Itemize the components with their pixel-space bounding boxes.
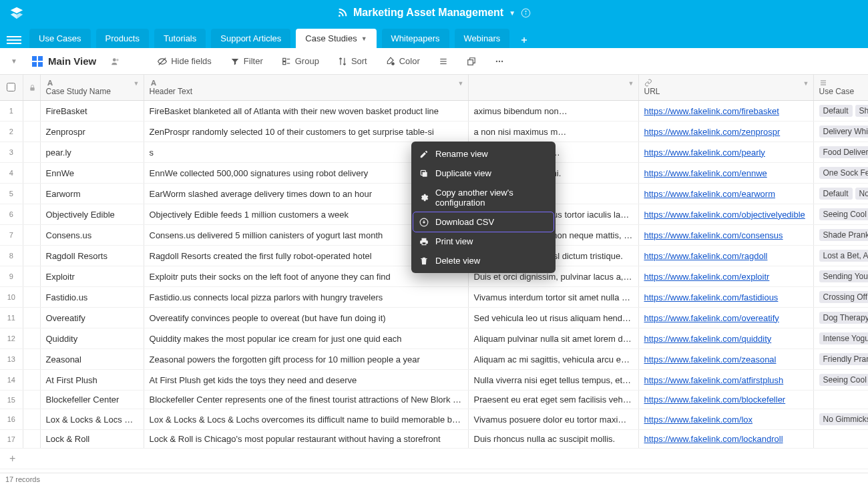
column-header-url[interactable]: URL▼ bbox=[638, 75, 813, 101]
cell-name[interactable]: Overeatify bbox=[40, 308, 144, 328]
cell-url[interactable]: https://www.fakelink.com/blockefeller bbox=[638, 391, 813, 409]
app-logo[interactable] bbox=[9, 5, 24, 20]
cell-sub[interactable]: Vivamus interdum tortor sit amet nulla a… bbox=[468, 287, 638, 308]
cell-url[interactable]: https://www.fakelink.com/ragdoll bbox=[638, 246, 813, 266]
tab-support-articles[interactable]: Support Articles bbox=[211, 29, 290, 48]
hide-fields-button[interactable]: Hide fields bbox=[154, 53, 216, 69]
tab-use-cases[interactable]: Use Cases bbox=[29, 29, 91, 48]
cell-url[interactable]: https://www.fakelink.com/atfirstplush bbox=[638, 370, 813, 391]
tab-tutorials[interactable]: Tutorials bbox=[154, 29, 206, 48]
cell-url[interactable]: https://www.fakelink.com/ennwe bbox=[638, 163, 813, 184]
cell-name[interactable]: Lox & Locks & Locs & Loc… bbox=[40, 409, 144, 430]
grid-viewport[interactable]: Case Study Name▼ Header Text▼ ▼ URL▼ Use… bbox=[0, 75, 868, 473]
views-menu-caret[interactable]: ▼ bbox=[7, 55, 21, 67]
cell-sub[interactable]: Sed vehicula leo ut risus aliquam hendre… bbox=[468, 308, 638, 328]
cell-usecase[interactable]: Intense Yogu bbox=[813, 328, 868, 349]
cell-usecase[interactable]: Delivery Whil bbox=[813, 121, 868, 142]
cell-url[interactable]: https://www.fakelink.com/objectivelyedib… bbox=[638, 204, 813, 225]
cell-usecase[interactable]: One Sock Fel bbox=[813, 163, 868, 184]
menu-item-delete-view[interactable]: Delete view bbox=[411, 251, 556, 270]
cell-url[interactable]: https://www.fakelink.com/zenprospr bbox=[638, 121, 813, 142]
cell-usecase[interactable]: Dog Therapy bbox=[813, 308, 868, 328]
cell-header[interactable]: Overeatify convinces people to overeat (… bbox=[144, 308, 468, 328]
cell-header[interactable]: Fastidio.us connects local pizza parlors… bbox=[144, 287, 468, 308]
menu-item-copy-another-view-s-configuration[interactable]: Copy another view's configuration bbox=[411, 183, 556, 212]
cell-name[interactable]: Lock & Roll bbox=[40, 430, 144, 449]
cell-usecase[interactable]: No Gimmicks bbox=[813, 409, 868, 430]
cell-sub[interactable]: Duis rhoncus nulla ac suscipit mollis. bbox=[468, 430, 638, 449]
cell-name[interactable]: Zeasonal bbox=[40, 349, 144, 370]
tab-products[interactable]: Products bbox=[96, 29, 149, 48]
menu-item-duplicate-view[interactable]: Duplicate view bbox=[411, 164, 556, 183]
cell-sub[interactable]: aximus bibendum non… bbox=[468, 101, 638, 121]
cell-url[interactable]: https://www.fakelink.com/zeasonal bbox=[638, 349, 813, 370]
cell-url[interactable]: https://www.fakelink.com/firebasket bbox=[638, 101, 813, 121]
column-header-usecase[interactable]: Use Case bbox=[813, 75, 868, 101]
row-height-button[interactable] bbox=[435, 54, 452, 69]
cell-usecase[interactable]: Crossing Off bbox=[813, 287, 868, 308]
cell-usecase[interactable]: Shade Prank bbox=[813, 225, 868, 246]
cell-usecase[interactable] bbox=[813, 391, 868, 409]
cell-sub[interactable]: Praesent eu erat eget sem facilisis vehi… bbox=[468, 391, 638, 409]
cell-name[interactable]: pear.ly bbox=[40, 142, 144, 163]
cell-usecase[interactable]: Seeing Cool C bbox=[813, 204, 868, 225]
current-view[interactable]: Main View bbox=[32, 55, 96, 67]
cell-header[interactable]: At First Plush get kids the toys they ne… bbox=[144, 370, 468, 391]
column-header-name[interactable]: Case Study Name▼ bbox=[40, 75, 144, 101]
sort-button[interactable]: Sort bbox=[334, 53, 371, 69]
cell-name[interactable]: Quiddity bbox=[40, 328, 144, 349]
column-header-headertext[interactable]: Header Text▼ bbox=[144, 75, 468, 101]
base-title[interactable]: Marketing Asset Management bbox=[353, 7, 503, 19]
cell-name[interactable]: Consens.us bbox=[40, 225, 144, 246]
cell-usecase[interactable]: Food Delivery bbox=[813, 142, 868, 163]
add-row-button[interactable]: + bbox=[0, 449, 868, 469]
table-row[interactable]: 15Blockefeller CenterBlockefeller Center… bbox=[0, 391, 868, 409]
table-row[interactable]: 12QuiddityQuiddity makes the most popula… bbox=[0, 328, 868, 349]
cell-header[interactable]: Lox & Locks & Locs & Lochs overcomes its… bbox=[144, 409, 468, 430]
cell-header[interactable]: Quiddity makes the most popular ice crea… bbox=[144, 328, 468, 349]
cell-sub[interactable]: Nulla viverra nisi eget tellus tempus, e… bbox=[468, 370, 638, 391]
cell-name[interactable]: Ragdoll Resorts bbox=[40, 246, 144, 266]
cell-name[interactable]: EnnWe bbox=[40, 163, 144, 184]
cell-url[interactable]: https://www.fakelink.com/lockandroll bbox=[638, 430, 813, 449]
menu-item-print-view[interactable]: Print view bbox=[411, 232, 556, 251]
cell-usecase[interactable]: DefaultSha bbox=[813, 101, 868, 121]
cell-usecase[interactable] bbox=[813, 430, 868, 449]
cell-name[interactable]: Objectively Edible bbox=[40, 204, 144, 225]
add-table-button[interactable] bbox=[515, 32, 533, 48]
group-button[interactable]: Group bbox=[278, 53, 323, 69]
share-view-button[interactable] bbox=[463, 54, 480, 69]
cell-usecase[interactable]: DefaultNo C bbox=[813, 184, 868, 204]
table-row[interactable]: 13ZeasonalZeasonal powers the forgotten … bbox=[0, 349, 868, 370]
cell-sub[interactable]: Aliquam pulvinar nulla sit amet lorem di… bbox=[468, 328, 638, 349]
cell-name[interactable]: Blockefeller Center bbox=[40, 391, 144, 409]
cell-header[interactable]: FireBasket blanketed all of Atlanta with… bbox=[144, 101, 468, 121]
hamburger-icon[interactable] bbox=[7, 32, 21, 48]
cell-sub[interactable]: Vivamus posuere dolor eu tortor maximus … bbox=[468, 409, 638, 430]
cell-url[interactable]: https://www.fakelink.com/exploitr bbox=[638, 266, 813, 287]
cell-name[interactable]: Exploitr bbox=[40, 266, 144, 287]
color-button[interactable]: Color bbox=[382, 53, 424, 69]
cell-url[interactable]: https://www.fakelink.com/lox bbox=[638, 409, 813, 430]
table-row[interactable]: 1FireBasketFireBasket blanketed all of A… bbox=[0, 101, 868, 121]
table-row[interactable]: 17Lock & RollLock & Roll is Chicago's mo… bbox=[0, 430, 868, 449]
cell-sub[interactable]: a non nisi maximus m… bbox=[468, 121, 638, 142]
cell-header[interactable]: Blockefeller Center represents one of th… bbox=[144, 391, 468, 409]
table-row[interactable]: 14At First PlushAt First Plush get kids … bbox=[0, 370, 868, 391]
cell-header[interactable]: Zeasonal powers the forgotten gift proce… bbox=[144, 349, 468, 370]
chevron-down-icon[interactable]: ▼ bbox=[509, 9, 515, 17]
select-all[interactable] bbox=[0, 75, 23, 101]
column-header-hidden[interactable]: ▼ bbox=[468, 75, 638, 101]
filter-button[interactable]: Filter bbox=[226, 53, 267, 69]
tab-webinars[interactable]: Webinars bbox=[455, 29, 510, 48]
menu-item-rename-view[interactable]: Rename view bbox=[411, 144, 556, 164]
info-icon[interactable] bbox=[521, 8, 531, 18]
cell-usecase[interactable]: Sending Your bbox=[813, 266, 868, 287]
collaborators-icon[interactable] bbox=[107, 54, 124, 69]
table-row[interactable]: 16Lox & Locks & Locs & Loc…Lox & Locks &… bbox=[0, 409, 868, 430]
cell-usecase[interactable]: Seeing Cool C bbox=[813, 370, 868, 391]
table-row[interactable]: 11OvereatifyOvereatify convinces people … bbox=[0, 308, 868, 328]
cell-name[interactable]: At First Plush bbox=[40, 370, 144, 391]
cell-name[interactable]: Earworm bbox=[40, 184, 144, 204]
cell-name[interactable]: Fastidio.us bbox=[40, 287, 144, 308]
